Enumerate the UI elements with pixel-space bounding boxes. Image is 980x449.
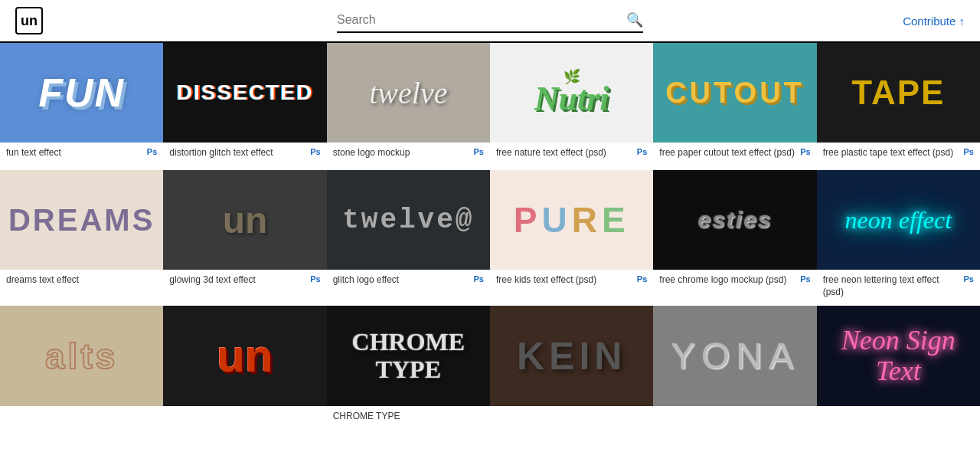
card-thumbnail: un xyxy=(163,170,326,270)
card-info: stone logo mockupPs xyxy=(327,143,490,170)
card-display-text: un xyxy=(163,306,326,405)
card-title: distortion glitch text effect xyxy=(169,147,273,159)
card-free-nature-text-effect[interactable]: 🌿Nutrifree nature text effect (psd)Ps xyxy=(490,43,653,170)
card-dreams-text-effect[interactable]: DREAMSdreams text effect xyxy=(0,170,163,306)
card-title: free plastic tape text effect (psd) xyxy=(823,147,954,159)
card-thumbnail: esties xyxy=(653,170,816,270)
card-info: CHROME TYPE xyxy=(327,406,490,434)
card-title: stone logo mockup xyxy=(333,147,410,159)
card-info: free kids text effect (psd)Ps xyxy=(490,270,653,297)
card-thumbnail: TAPE xyxy=(817,43,980,143)
card-alts-logo[interactable]: alts xyxy=(0,306,163,433)
card-dark-3d-logo[interactable]: un xyxy=(163,306,326,433)
card-chrome-type[interactable]: CHROME TYPECHROME TYPE xyxy=(327,306,490,433)
card-display-text: TAPE xyxy=(817,43,980,143)
card-display-text: twelve xyxy=(327,43,490,143)
card-thumbnail: twelve xyxy=(327,43,490,143)
card-display-text: alts xyxy=(0,306,163,405)
card-thumbnail: FUN xyxy=(0,43,163,143)
search-bar: 🔍 xyxy=(337,8,643,33)
card-info: fun text effectPs xyxy=(0,143,163,170)
card-thumbnail: 🌿Nutri xyxy=(490,43,653,143)
card-info: glowing 3d text effectPs xyxy=(163,270,326,297)
search-button[interactable]: 🔍 xyxy=(626,11,643,28)
ps-badge: Ps xyxy=(474,274,484,283)
card-title: free nature text effect (psd) xyxy=(496,147,606,159)
search-input[interactable] xyxy=(337,8,626,31)
card-glitch-logo-effect[interactable]: twelve@glitch logo effectPs xyxy=(327,170,490,306)
card-thumbnail: CUTOUT xyxy=(653,43,816,143)
card-thumbnail: Neon Sign Text xyxy=(817,306,980,405)
ps-badge: Ps xyxy=(474,147,484,156)
card-thumbnail: neon effect xyxy=(817,170,980,270)
card-display-text: CHROME TYPE xyxy=(327,306,490,405)
ps-badge: Ps xyxy=(964,147,974,156)
card-free-paper-cutout-text-effect[interactable]: CUTOUTfree paper cutout text effect (psd… xyxy=(653,43,816,170)
card-thumbnail: DREAMS xyxy=(0,170,163,270)
card-stone-logo-mockup[interactable]: twelvestone logo mockupPs xyxy=(327,43,490,170)
card-thumbnail: KEIN xyxy=(490,306,653,405)
card-info: free paper cutout text effect (psd)Ps xyxy=(653,143,816,170)
card-distortion-glitch-text-effect[interactable]: DISSECTEDdistortion glitch text effectPs xyxy=(163,43,326,170)
card-free-neon-lettering-text-effect[interactable]: neon effectfree neon lettering text effe… xyxy=(817,170,980,306)
card-thumbnail: un xyxy=(163,306,326,405)
ps-badge: Ps xyxy=(147,147,157,156)
ps-badge: Ps xyxy=(310,274,320,283)
card-title: CHROME TYPE xyxy=(333,411,400,423)
card-title: free kids text effect (psd) xyxy=(496,274,596,287)
card-display-text: neon effect xyxy=(817,170,980,270)
card-thumbnail: DISSECTED xyxy=(163,43,326,143)
ps-badge: Ps xyxy=(800,274,810,283)
card-free-plastic-tape-text-effect[interactable]: TAPEfree plastic tape text effect (psd)P… xyxy=(817,43,980,170)
card-title: dreams text effect xyxy=(6,274,79,287)
ps-badge: Ps xyxy=(800,147,810,156)
card-info: dreams text effect xyxy=(0,270,163,297)
card-title: glowing 3d text effect xyxy=(169,274,256,287)
card-thumbnail: CHROME TYPE xyxy=(327,306,490,405)
card-display-text: PURE xyxy=(490,170,653,270)
card-title: fun text effect xyxy=(6,147,61,159)
ps-badge: Ps xyxy=(310,147,320,156)
card-thumbnail: PURE xyxy=(490,170,653,270)
card-display-text: CUTOUT xyxy=(653,43,816,143)
logo-text: un xyxy=(21,13,38,29)
ps-badge: Ps xyxy=(964,274,974,283)
card-free-chrome-logo-mockup[interactable]: estiesfree chrome logo mockup (psd)Ps xyxy=(653,170,816,306)
ps-badge: Ps xyxy=(637,274,647,283)
card-info: glitch logo effectPs xyxy=(327,270,490,297)
logo[interactable]: un xyxy=(15,7,43,34)
card-thumbnail: YONA xyxy=(653,306,816,405)
cards-grid: FUNfun text effectPsDISSECTEDdistortion … xyxy=(0,43,980,434)
card-title: free chrome logo mockup (psd) xyxy=(659,274,786,287)
card-thumbnail: twelve@ xyxy=(327,170,490,270)
card-kein-text[interactable]: KEIN xyxy=(490,306,653,433)
card-display-text: Neon Sign Text xyxy=(817,306,980,405)
card-display-text: 🌿Nutri xyxy=(490,43,653,143)
card-display-text: FUN xyxy=(0,43,163,143)
card-thumbnail: alts xyxy=(0,306,163,405)
card-display-text: un xyxy=(163,170,326,270)
card-info: free nature text effect (psd)Ps xyxy=(490,143,653,170)
card-display-text: DISSECTED xyxy=(163,43,326,143)
card-title: glitch logo effect xyxy=(333,274,400,287)
card-info: free neon lettering text effect (psd)Ps xyxy=(817,270,980,306)
ps-badge: Ps xyxy=(637,147,647,156)
card-neon-sign-text[interactable]: Neon Sign Text xyxy=(817,306,980,433)
card-display-text: DREAMS xyxy=(0,170,163,270)
card-glowing-3d-text-effect[interactable]: unglowing 3d text effectPs xyxy=(163,170,326,306)
card-fun-text-effect[interactable]: FUNfun text effectPs xyxy=(0,43,163,170)
contribute-link[interactable]: Contribute ↑ xyxy=(903,15,965,28)
header: un 🔍 Contribute ↑ xyxy=(0,0,980,43)
card-display-text: YONA xyxy=(653,306,816,405)
card-title: free paper cutout text effect (psd) xyxy=(659,147,795,159)
card-display-text: KEIN xyxy=(490,306,653,405)
card-display-text: twelve@ xyxy=(327,170,490,270)
card-free-kids-text-effect[interactable]: PUREfree kids text effect (psd)Ps xyxy=(490,170,653,306)
card-display-text: esties xyxy=(653,170,816,270)
card-info: free chrome logo mockup (psd)Ps xyxy=(653,270,816,297)
card-title: free neon lettering text effect (psd) xyxy=(823,274,961,298)
card-info: distortion glitch text effectPs xyxy=(163,143,326,170)
card-yona-text[interactable]: YONA xyxy=(653,306,816,433)
card-info: free plastic tape text effect (psd)Ps xyxy=(817,143,980,170)
